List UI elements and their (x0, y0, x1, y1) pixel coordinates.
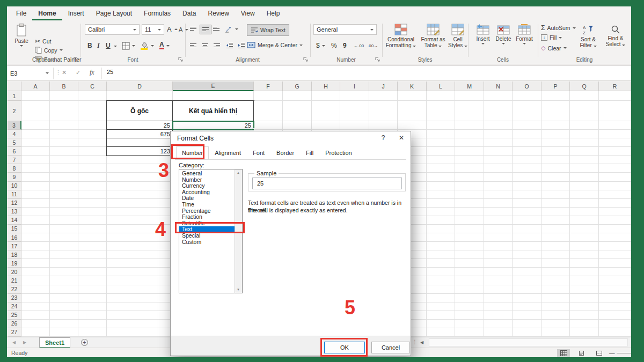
grid-cell[interactable] (570, 147, 599, 156)
column-header-q[interactable]: Q (570, 82, 599, 91)
grid-cell[interactable] (484, 294, 513, 302)
grid-cell[interactable] (599, 294, 631, 302)
conditional-formatting-button[interactable]: ConditionalFormatting (384, 24, 418, 48)
grid-cell[interactable] (513, 164, 541, 173)
grid-cell[interactable] (78, 190, 107, 199)
grid-cell[interactable] (599, 130, 631, 138)
column-header-a[interactable]: A (21, 82, 50, 91)
grid-cell[interactable] (21, 216, 50, 225)
grid-cell[interactable] (455, 242, 484, 250)
grid-cell[interactable] (78, 242, 107, 250)
grid-cell[interactable] (541, 233, 570, 242)
grid-cell[interactable] (484, 328, 513, 337)
grid-cell[interactable] (78, 320, 107, 328)
grid-cell[interactable] (78, 328, 107, 337)
grid-cell[interactable] (78, 268, 107, 276)
normal-view-icon[interactable] (557, 349, 570, 357)
grid-cell[interactable] (455, 208, 484, 216)
grid-cell[interactable] (398, 121, 427, 130)
grid-cell[interactable] (599, 138, 631, 147)
grid-cell[interactable] (427, 233, 455, 242)
grid-cell[interactable] (570, 101, 599, 121)
grid-cell[interactable] (570, 121, 599, 130)
grid-cell[interactable] (541, 130, 570, 138)
grid-cell[interactable] (254, 91, 283, 101)
grid-cell[interactable] (570, 130, 599, 138)
increase-decimal-button[interactable]: ←.00 (354, 43, 364, 48)
grid-cell[interactable] (50, 250, 78, 259)
column-header-p[interactable]: P (541, 82, 570, 91)
grid-cell[interactable] (541, 311, 570, 320)
grid-cell[interactable] (541, 320, 570, 328)
grid-cell[interactable] (50, 233, 78, 242)
grid-cell[interactable] (570, 225, 599, 233)
grid-cell[interactable] (427, 259, 455, 268)
grid-cell[interactable] (541, 138, 570, 147)
grid-cell[interactable] (570, 268, 599, 276)
grid-cell[interactable] (513, 173, 541, 181)
grid-cell[interactable] (570, 233, 599, 242)
grid-cell[interactable] (78, 147, 107, 156)
grid-cell[interactable] (513, 199, 541, 208)
grid-cell[interactable] (599, 199, 631, 208)
grid-cell[interactable] (484, 182, 513, 190)
column-header-n[interactable]: N (484, 82, 513, 91)
grid-cell[interactable] (484, 242, 513, 250)
grid-cell[interactable] (570, 320, 599, 328)
category-item-custom[interactable]: Custom (179, 239, 235, 246)
grid-cell[interactable] (107, 268, 173, 276)
grid-cell[interactable] (107, 190, 173, 199)
insert-function-icon[interactable]: fx (90, 69, 94, 77)
grid-cell[interactable] (427, 138, 455, 147)
number-format-combo[interactable]: General (313, 24, 377, 35)
grid-cell[interactable] (21, 225, 50, 233)
grid-cell[interactable] (599, 225, 631, 233)
menu-tab-data[interactable]: Data (177, 6, 202, 20)
grid-cell[interactable] (484, 147, 513, 156)
grid-cell[interactable] (21, 328, 50, 337)
grid-cell[interactable] (599, 276, 631, 285)
grid-cell[interactable] (455, 285, 484, 294)
formula-input[interactable]: 25 (107, 69, 113, 75)
dialog-close-icon[interactable]: ✕ (392, 131, 411, 144)
row-header-5[interactable]: 5 (8, 138, 21, 147)
grid-cell[interactable] (484, 320, 513, 328)
grid-cell[interactable] (484, 302, 513, 311)
grid-cell[interactable] (599, 285, 631, 294)
grid-cell[interactable] (78, 233, 107, 242)
grid-cell[interactable] (484, 311, 513, 320)
grid-cell[interactable] (513, 190, 541, 199)
fill-button[interactable]: ↓ Fill (541, 34, 562, 41)
category-item-fraction[interactable]: Fraction (179, 214, 235, 220)
cell-styles-button[interactable]: CellStyles (447, 24, 469, 48)
grid-cell[interactable] (50, 147, 78, 156)
grid-cell[interactable] (599, 190, 631, 199)
grid-cell[interactable] (541, 225, 570, 233)
row-header-26[interactable]: 26 (8, 320, 21, 328)
column-header-c[interactable]: C (78, 82, 107, 91)
grid-cell[interactable] (455, 320, 484, 328)
grid-cell[interactable] (455, 302, 484, 311)
grid-cell[interactable] (21, 294, 50, 302)
column-header-e[interactable]: E (173, 82, 254, 91)
grid-cell[interactable] (541, 199, 570, 208)
align-left-button[interactable] (189, 43, 197, 48)
grid-cell[interactable] (50, 121, 78, 130)
grid-cell[interactable] (21, 268, 50, 276)
grid-cell[interactable] (398, 101, 427, 121)
grid-cell[interactable] (78, 285, 107, 294)
menu-tab-home[interactable]: Home (32, 6, 62, 20)
menu-tab-insert[interactable]: Insert (62, 6, 90, 20)
column-header-b[interactable]: B (50, 82, 78, 91)
grid-cell[interactable] (513, 311, 541, 320)
grid-cell[interactable] (107, 294, 173, 302)
grid-cell[interactable] (484, 216, 513, 225)
category-item-special[interactable]: Special (179, 233, 235, 239)
row-header-16[interactable]: 16 (8, 233, 21, 242)
comma-style-button[interactable]: 9 (343, 42, 347, 49)
grid-cell[interactable] (107, 311, 173, 320)
name-box-chevron-icon[interactable] (46, 72, 49, 74)
grid-cell[interactable] (513, 208, 541, 216)
grid-cell[interactable] (455, 328, 484, 337)
grid-cell[interactable] (541, 173, 570, 181)
